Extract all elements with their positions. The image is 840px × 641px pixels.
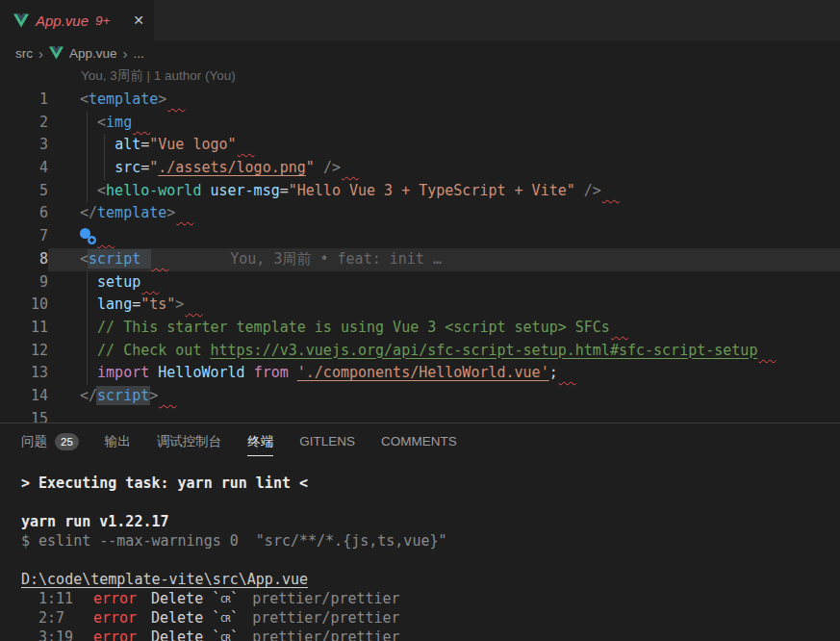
problems-count-badge: 25 — [55, 433, 79, 450]
panel-tab-label: COMMENTS — [381, 423, 457, 460]
code-token: lang — [97, 295, 132, 313]
error-rule: prettier/prettier — [252, 589, 400, 608]
code-token: HelloWorld — [158, 364, 244, 381]
blame-annotation: You, 3周前 | 1 author (You) — [0, 66, 840, 89]
breadcrumb-separator: › — [123, 45, 128, 62]
line-number: 2 — [0, 112, 48, 135]
line-number: 15 — [0, 408, 48, 423]
code-line-content: </script> — [48, 385, 840, 408]
code-token: script — [89, 250, 150, 268]
code-token: user-msg — [210, 182, 279, 199]
code-token — [80, 182, 97, 199]
code-line: 8<script You, 3周前 • feat: init … — [0, 248, 840, 271]
code-link[interactable]: './components/HelloWorld.vue' — [297, 364, 549, 381]
carriage-return-symbol: CR — [220, 614, 230, 624]
indent-guide — [87, 112, 88, 135]
code-token: from — [254, 364, 289, 381]
indent-guide — [104, 134, 105, 157]
code-line: 15 — [0, 408, 840, 423]
panel-tab-terminal[interactable]: 终端 — [247, 423, 273, 460]
tab-problems-badge: 9+ — [95, 13, 110, 28]
line-number: 9 — [0, 271, 48, 295]
error-squiggle — [97, 227, 115, 244]
panel-tab-output[interactable]: 输出 — [105, 423, 131, 460]
code-line: 3 alt="Vue logo" — [0, 134, 840, 157]
task-header-line: > Executing task: yarn run lint < — [21, 474, 840, 493]
tab-close-icon[interactable]: ✕ — [133, 13, 144, 28]
line-number: 7 — [0, 225, 48, 248]
error-message-text: ` — [230, 628, 239, 641]
breadcrumb-item-label: src — [15, 46, 33, 61]
bottom-panel: 问题25输出调试控制台终端GITLENSCOMMENTS > Executing… — [0, 423, 840, 641]
breadcrumb-item-[interactable]: ... — [134, 46, 144, 61]
panel-tab-problems[interactable]: 问题25 — [21, 423, 79, 460]
code-token: // This starter template is using Vue 3 … — [97, 319, 610, 336]
code-line-content: <img — [48, 112, 840, 135]
error-squiggle — [185, 295, 202, 313]
code-token — [80, 136, 115, 153]
code-token — [80, 342, 97, 359]
error-severity: error — [93, 589, 151, 608]
panel-tab-comments[interactable]: COMMENTS — [381, 423, 457, 460]
code-token: </ — [80, 387, 97, 404]
code-token: > — [175, 295, 184, 313]
vue-logo-icon — [13, 13, 29, 28]
line-number: 13 — [0, 362, 48, 385]
code-token: > — [149, 387, 158, 404]
error-squiggle — [342, 159, 359, 176]
code-token — [80, 159, 115, 176]
error-squiggle — [141, 273, 159, 291]
error-location: 3:19 — [38, 628, 93, 641]
panel-tab-gitlens[interactable]: GITLENS — [299, 423, 355, 460]
panel-tab-debug-console[interactable]: 调试控制台 — [157, 423, 222, 460]
editor-tab-appvue[interactable]: App.vue 9+ ✕ — [0, 0, 154, 40]
code-token: hello-world — [106, 182, 201, 199]
error-squiggle — [167, 90, 185, 108]
code-token: = — [280, 182, 289, 199]
file-path-link[interactable]: D:\code\template-vite\src\App.vue — [21, 570, 840, 589]
code-token: < — [97, 114, 106, 131]
terminal-line: $ eslint --max-warnings 0 "src/**/*.{js,… — [21, 531, 840, 551]
code-token: = — [140, 136, 149, 153]
code-token — [289, 364, 297, 381]
indent-guide — [87, 134, 88, 157]
code-token — [575, 182, 584, 199]
editor-tab-bar: App.vue 9+ ✕ — [0, 0, 840, 40]
error-location: 2:7 — [38, 608, 93, 628]
code-line-content: <script You, 3周前 • feat: init … — [48, 248, 840, 271]
code-line: 11 // This starter template is using Vue… — [0, 317, 840, 340]
line-number: 4 — [0, 157, 48, 180]
carriage-return-symbol: CR — [220, 633, 230, 641]
code-line-content: alt="Vue logo" — [48, 134, 840, 157]
terminal-line: yarn run v1.22.17 — [21, 512, 840, 531]
code-link[interactable]: ./assets/logo.png — [158, 159, 306, 176]
breadcrumb: src›App.vue›... — [0, 40, 840, 66]
code-editor[interactable]: 1<template> 2 <img 3 alt="Vue logo" 4 sr… — [0, 89, 840, 423]
vscode-window: App.vue 9+ ✕ src›App.vue›... You, 3周前 | … — [0, 0, 840, 641]
code-token: template — [97, 204, 166, 221]
breadcrumb-item-label: ... — [134, 46, 144, 61]
error-squiggle — [159, 387, 176, 404]
tab-filename: App.vue — [36, 13, 89, 29]
terminal-blank-line — [21, 493, 840, 512]
code-token: alt — [115, 136, 140, 153]
comment-thread-icon[interactable] — [80, 228, 96, 244]
line-number: 3 — [0, 134, 48, 157]
code-token — [149, 364, 158, 381]
code-line: 10 lang="ts"> — [0, 294, 840, 317]
code-link[interactable]: https://v3.vuejs.org/api/sfc-script-setu… — [210, 342, 757, 359]
code-token: setup — [97, 273, 140, 291]
breadcrumb-separator: › — [38, 45, 43, 62]
lint-error-row: 1:11errorDelete `CR`prettier/prettier — [21, 589, 840, 608]
breadcrumb-item-src[interactable]: src — [15, 46, 33, 61]
code-token — [80, 319, 97, 336]
carriage-return-symbol: CR — [220, 595, 230, 604]
breadcrumb-item-appvue[interactable]: App.vue — [49, 46, 117, 61]
code-token: "Hello Vue 3 + TypeScript + Vite" — [289, 182, 575, 199]
code-token: = — [140, 159, 149, 176]
error-squiggle — [611, 319, 628, 336]
error-message-text: Delete ` — [151, 609, 220, 627]
code-token — [80, 364, 97, 381]
code-token: /> — [584, 182, 601, 199]
panel-tab-label: 问题 — [21, 423, 47, 460]
